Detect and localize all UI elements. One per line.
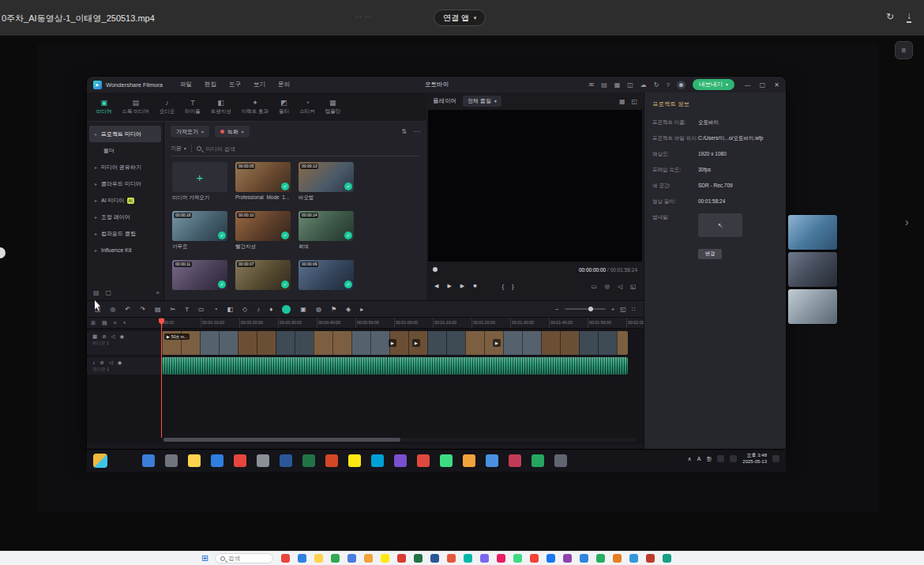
maximize-button[interactable]: ▢ [760,81,766,89]
solo-icon[interactable]: ◉ [118,360,122,366]
media-thumbnail[interactable]: 00:00:09✓ [299,260,354,290]
app-icon[interactable] [663,554,671,563]
clip-marker-icon[interactable]: ▶ [412,339,420,347]
menu-button[interactable]: ≡ [895,41,913,59]
category-dropdown[interactable]: 기본 ▾ [171,145,186,153]
asset-tab[interactable]: ▦ 템플릿 [321,94,346,119]
media-item[interactable]: 00:00:11✓ [172,260,235,300]
media-item[interactable]: 00:00:13✓바오밥 [299,162,362,211]
tray-expand-icon[interactable]: ∧ [688,456,692,462]
record-button[interactable]: 녹화 ▾ [215,126,250,137]
participant-video-tile[interactable] [788,215,837,250]
sidebar-item[interactable]: 폴더 [89,142,161,159]
app-icon[interactable] [596,554,605,563]
sidebar-item[interactable]: ▸ 컴파운드 클립 [89,225,161,242]
app-icon[interactable] [509,454,521,467]
layout-icon[interactable]: ▦ [614,81,621,89]
export-button[interactable]: 내보내기 ▾ [693,79,734,90]
menu-item[interactable]: 보기 [254,81,265,89]
redo-button[interactable]: ↷ [140,306,145,313]
dual-monitor-icon[interactable]: ◫ [627,81,633,89]
menu-item[interactable]: 파일 [180,81,192,89]
clip-marker-icon[interactable]: ▶ [493,339,501,347]
app-icon[interactable] [629,554,638,563]
app-icon[interactable] [531,454,544,467]
media-item[interactable]: 00:00:10✓빨간지션 [235,211,299,260]
asset-tab[interactable]: ♪ 오디오 [155,94,180,119]
filter-icon[interactable]: ⇅ [401,128,407,135]
sidebar-item[interactable]: ▸ 클라우드 미디어 [89,175,161,192]
stop-button[interactable]: ■ [473,283,476,289]
track-type-icon[interactable]: ♪ [92,360,95,366]
crop-tool[interactable]: ▭ [198,306,205,313]
zoom-in-button[interactable]: + [611,306,615,313]
participant-video-tile[interactable] [788,252,837,287]
menu-item[interactable]: 편집 [205,81,216,89]
media-thumbnail[interactable]: 00:00:11✓ [172,260,227,290]
app-icon[interactable] [486,454,498,467]
mute-icon[interactable]: ◁ [111,333,115,340]
kakaotalk-icon[interactable] [381,554,389,563]
app-icon[interactable] [364,554,373,563]
explorer-icon[interactable] [188,454,201,467]
project-thumbnail[interactable]: ↖ [698,213,742,237]
powerpoint-icon[interactable] [325,454,338,467]
manage-tracks-icon[interactable]: ⊞ [91,320,96,326]
prev-frame-button[interactable]: ◀ [434,283,438,289]
trash-button[interactable]: ▤ [155,306,161,313]
lock-icon[interactable]: ⊘ [100,360,103,366]
speed-tool[interactable]: ◔ [214,306,218,313]
account-avatar[interactable]: ☻ [677,81,685,89]
menu-item[interactable]: 문의 [278,81,290,89]
panel-toggle[interactable] [0,247,6,258]
kakaotalk-icon[interactable] [348,454,361,467]
app-icon[interactable] [547,554,555,563]
add-track-icon[interactable]: + [123,320,126,326]
folder-add-icon[interactable]: ▢ [106,289,112,296]
next-frame-button[interactable]: ▶ [460,283,464,289]
media-item[interactable]: 00:00:14✓희넥 [299,211,362,260]
update-icon[interactable]: ↻ [654,81,659,89]
fullscreen-icon[interactable]: ◱ [630,283,636,290]
excel-icon[interactable] [302,454,315,467]
timeline-ruler[interactable]: ⊞▤≡+ 00:0000:00:10:0000:00:20:0000:00:30… [87,318,644,329]
asset-tab[interactable]: ◔ 스티커 [295,94,320,119]
app-icon[interactable] [464,554,472,563]
mask-tool[interactable]: ▣ [300,306,306,313]
media-thumbnail[interactable]: 00:00:10✓ [235,211,291,241]
taskbar-search[interactable] [215,553,273,563]
asset-tab[interactable]: ▣ 미디어 [92,94,117,119]
sidebar-item[interactable]: ▸ 미디어 공유하기 [89,159,161,175]
media-thumbnail[interactable]: 00:00:14✓ [299,211,354,241]
input-language-a[interactable]: A [697,456,701,461]
media-item[interactable]: 00:00:09✓ [299,260,362,300]
close-button[interactable]: ✕ [774,81,779,89]
app-icon[interactable] [417,454,430,467]
track-options-icon[interactable]: ▤ [102,320,107,326]
volume-icon[interactable] [730,455,737,462]
track-type-icon[interactable]: ▦ [92,333,97,340]
collapse-sidebar-icon[interactable]: « [156,289,160,296]
timeline-scrollbar[interactable] [162,438,636,442]
share-icon[interactable]: ↻ [886,10,894,23]
text-tool[interactable]: T [185,306,189,313]
mute-icon[interactable]: ◁ [109,360,113,366]
app-icon[interactable] [646,554,655,563]
speaker-icon[interactable]: ◁ [618,283,622,290]
more-icon[interactable]: ⋯ [414,128,420,135]
split-button[interactable]: ✂ [171,306,176,313]
search-icon[interactable] [165,454,178,467]
edge-icon[interactable] [211,454,223,467]
crop-preview-icon[interactable]: ▭ [591,283,596,290]
app-icon[interactable] [497,554,505,563]
media-item[interactable]: 00:00:16✓가무로 [172,211,235,260]
connect-app-button[interactable]: 연결 앱 ▾ [434,9,486,26]
word-icon[interactable] [430,554,439,563]
zoom-out-button[interactable]: − [555,306,559,313]
render-tool[interactable]: ▸ [360,306,363,313]
voice-record-button[interactable] [282,305,291,314]
chrome-icon[interactable] [234,454,246,467]
visibility-icon[interactable]: ◉ [120,333,125,340]
sidebar-item[interactable]: ▸ 프로젝트 미디어 [89,126,161,142]
start-button[interactable]: ⊞ [201,553,208,563]
